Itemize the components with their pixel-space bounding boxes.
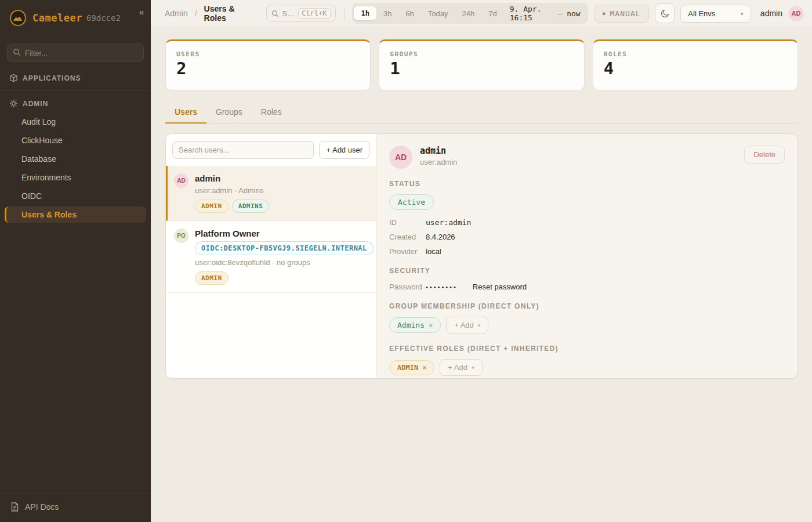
breadcrumb-separator: / (195, 9, 197, 18)
time-range-7d[interactable]: 7d (481, 6, 503, 21)
sidebar-filter-input[interactable] (7, 44, 144, 62)
search-kbd-hint: Ctrl+K (298, 8, 330, 19)
sidebar-item-clickhouse[interactable]: ClickHouse (5, 132, 146, 148)
stat-label: ROLES (604, 50, 787, 58)
add-group-label: + Add (454, 321, 474, 329)
password-label: Password (389, 282, 426, 291)
field-value: 8.4.2026 (426, 233, 455, 241)
user-subtitle: user:oidc:8evzqofluhld · no groups (195, 258, 368, 267)
oidc-badge-row: OIDC:DESKTOP-FB5VGJ9.SIEGELN.INTERNAL (195, 241, 368, 255)
add-user-button[interactable]: + Add user (319, 141, 369, 159)
time-range-display[interactable]: 9. Apr. 16:15 — now (504, 5, 586, 22)
field-value: local (426, 247, 441, 256)
field-label: Created (389, 233, 426, 241)
sidebar-section-applications[interactable]: APPLICATIONS (0, 68, 151, 87)
delete-user-button[interactable]: Delete (744, 146, 785, 164)
remove-group-icon[interactable]: × (429, 321, 433, 329)
role-badge: ADMIN (195, 271, 229, 285)
password-row: Password •••••••• Reset password (389, 282, 785, 291)
user-name: Platform Owner (195, 229, 368, 238)
tab-roles[interactable]: Roles (252, 103, 291, 124)
user-search-input[interactable] (172, 141, 314, 159)
sidebar-item-database[interactable]: Database (5, 151, 146, 167)
sidebar-item-oidc[interactable]: OIDC (5, 188, 146, 204)
chevron-down-icon: ▾ (741, 10, 744, 17)
user-avatar[interactable]: AD (788, 6, 804, 21)
tab-users[interactable]: Users (165, 103, 206, 124)
sidebar: Cameleer 69dcce2 « APPLICATIONS ADMIN Au… (0, 0, 151, 522)
field-created: Created 8.4.2026 (389, 233, 785, 241)
stat-card-users: USERS 2 (165, 39, 371, 90)
sidebar-section-label: ADMIN (23, 100, 48, 108)
tab-groups[interactable]: Groups (206, 103, 252, 124)
dark-mode-toggle[interactable] (655, 3, 675, 23)
time-range-6h[interactable]: 6h (398, 6, 420, 21)
group-membership-label: GROUP MEMBERSHIP (DIRECT ONLY) (389, 302, 785, 310)
stat-label: GROUPS (390, 50, 573, 58)
page-content: USERS 2 GROUPS 1 ROLES 4 Users Groups Ro… (151, 27, 812, 522)
chevron-down-icon: ▾ (472, 365, 474, 371)
topbar: Admin / Users & Roles S… Ctrl+K 1h 3h 6h… (151, 0, 812, 27)
time-range-control: 1h 3h 6h Today 24h 7d 9. Apr. 16:15 — no… (352, 3, 588, 24)
stat-value: 4 (604, 60, 787, 77)
search-icon (271, 10, 279, 17)
user-row-admin[interactable]: AD admin user:admin · Admins ADMIN ADMIN… (166, 166, 376, 221)
user-list-header: + Add user (166, 134, 376, 166)
sidebar-section-admin[interactable]: ADMIN (0, 93, 151, 113)
user-row-body: admin user:admin · Admins ADMIN ADMINS (195, 173, 269, 213)
role-chip-admin: ADMIN × (389, 360, 434, 375)
add-role-label: + Add (448, 363, 467, 372)
time-range-today[interactable]: Today (421, 6, 455, 21)
avatar: PO (174, 229, 188, 243)
user-row-platform-owner[interactable]: PO Platform Owner OIDC:DESKTOP-FB5VGJ9.S… (166, 221, 376, 293)
user-detail: AD admin user:admin Delete STATUS Active… (376, 134, 798, 378)
sidebar-collapse-icon[interactable]: « (139, 7, 144, 17)
search-label: S… (282, 9, 295, 18)
sidebar-item-audit-log[interactable]: Audit Log (5, 114, 146, 130)
main-area: Admin / Users & Roles S… Ctrl+K 1h 3h 6h… (151, 0, 812, 522)
status-dot-icon: ● (603, 11, 606, 16)
users-panel: + Add user AD admin user:admin · Admins … (165, 133, 798, 379)
add-group-button[interactable]: + Add ▾ (446, 317, 488, 334)
brand-version: 69dcce2 (86, 13, 121, 23)
role-chips: ADMIN × + Add ▾ (389, 359, 785, 376)
brand-name: Cameleer (32, 12, 82, 24)
sidebar-header: Cameleer 69dcce2 « (0, 0, 151, 35)
group-chip-admins: Admins × (389, 317, 441, 333)
api-docs-label: API Docs (25, 502, 59, 512)
detail-username: admin (420, 146, 457, 156)
status-badge: Active (389, 194, 434, 210)
field-provider: Provider local (389, 247, 785, 256)
detail-user-id: user:admin (420, 158, 457, 166)
breadcrumb-parent[interactable]: Admin (165, 9, 188, 18)
reset-password-link[interactable]: Reset password (473, 282, 527, 291)
role-chip-label: ADMIN (397, 364, 418, 372)
time-range-24h[interactable]: 24h (455, 6, 482, 21)
gear-icon (9, 99, 18, 108)
global-search-button[interactable]: S… Ctrl+K (266, 5, 336, 22)
sidebar-item-environments[interactable]: Environments (5, 169, 146, 186)
sidebar-api-docs[interactable]: API Docs (0, 494, 151, 522)
environment-select[interactable]: All Envs ▾ (680, 5, 751, 23)
sidebar-item-users-roles[interactable]: Users & Roles (5, 206, 146, 223)
document-icon (10, 502, 19, 512)
moon-icon (660, 9, 670, 19)
stat-card-roles: ROLES 4 (593, 39, 798, 90)
group-chip-label: Admins (397, 321, 425, 329)
sidebar-filter-wrap (0, 35, 151, 68)
breadcrumb-current: Users & Roles (204, 4, 256, 23)
topbar-divider (344, 7, 345, 20)
remove-role-icon[interactable]: × (422, 364, 426, 372)
oidc-badge: OIDC:DESKTOP-FB5VGJ9.SIEGELN.INTERNAL (195, 241, 374, 255)
detail-fields: ID user:admin Created 8.4.2026 Provider … (389, 218, 785, 256)
time-range-3h[interactable]: 3h (376, 6, 398, 21)
add-role-button[interactable]: + Add ▾ (440, 359, 482, 376)
topbar-username: admin (760, 9, 782, 18)
detail-avatar: AD (389, 146, 412, 169)
sidebar-section-label: APPLICATIONS (23, 74, 81, 82)
time-to: now (567, 9, 580, 18)
stat-value: 1 (390, 60, 573, 77)
refresh-mode-button[interactable]: ● MANUAL (594, 5, 650, 23)
detail-header: AD admin user:admin Delete (389, 146, 785, 169)
time-range-1h[interactable]: 1h (354, 6, 376, 20)
